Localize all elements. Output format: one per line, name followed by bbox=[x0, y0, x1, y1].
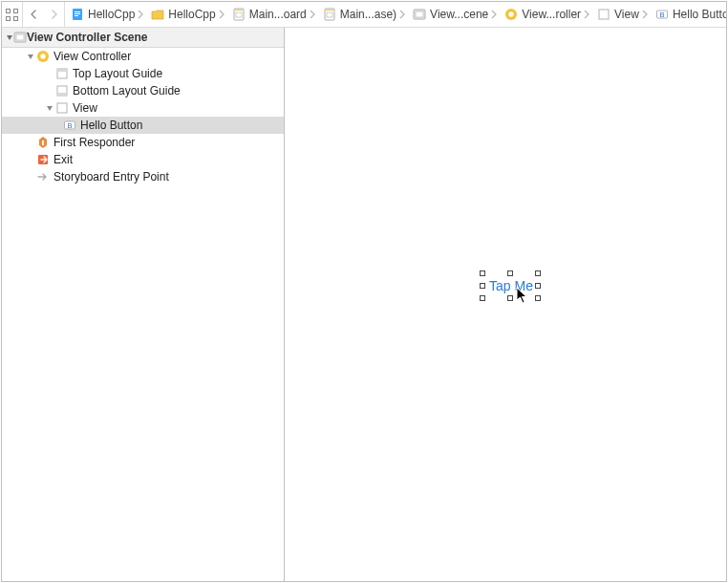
breadcrumb-bar: HelloCpp HelloCpp Main...oard Main...ase… bbox=[2, 2, 726, 28]
chevron-left-icon bbox=[30, 10, 37, 19]
selection-handle[interactable] bbox=[535, 295, 541, 301]
svg-rect-11 bbox=[416, 11, 423, 17]
svg-rect-25 bbox=[57, 103, 67, 113]
grid-icon bbox=[6, 9, 18, 21]
chevron-right-icon bbox=[218, 10, 225, 19]
layout-guide-icon bbox=[55, 67, 69, 80]
svg-rect-22 bbox=[57, 69, 67, 72]
chevron-right-icon bbox=[51, 10, 58, 19]
file-blue-icon bbox=[71, 8, 84, 21]
breadcrumb-project[interactable]: HelloCpp bbox=[68, 8, 148, 21]
svg-rect-2 bbox=[75, 13, 80, 14]
chevron-right-icon bbox=[583, 10, 590, 19]
outline-hello-button[interactable]: B Hello Button bbox=[2, 117, 284, 134]
selection-handle[interactable] bbox=[480, 295, 485, 301]
breadcrumb-list: HelloCpp HelloCpp Main...oard Main...ase… bbox=[65, 8, 726, 21]
breadcrumb-group[interactable]: HelloCpp bbox=[148, 8, 228, 21]
file-gray-icon bbox=[232, 8, 246, 21]
outline-row-label: View Controller bbox=[54, 50, 131, 63]
breadcrumb-label: HelloCpp bbox=[168, 8, 215, 21]
file-gray-icon bbox=[323, 8, 336, 21]
svg-rect-3 bbox=[75, 15, 78, 16]
svg-rect-1 bbox=[75, 11, 80, 12]
scene-gray-icon bbox=[13, 31, 27, 44]
breadcrumb-label: Main...ase) bbox=[340, 8, 396, 21]
breadcrumb-label: Hello Button bbox=[673, 8, 726, 21]
breadcrumb-storyboard[interactable]: Main...oard bbox=[229, 8, 320, 21]
svg-point-13 bbox=[509, 11, 514, 16]
breadcrumb-view[interactable]: View bbox=[594, 8, 653, 21]
outline-row-label: Storyboard Entry Point bbox=[54, 170, 169, 184]
svg-text:B: B bbox=[659, 11, 664, 19]
chevron-right-icon bbox=[398, 10, 406, 19]
svg-point-20 bbox=[40, 54, 45, 58]
breadcrumb-label: View...roller bbox=[522, 8, 581, 21]
scene-gray-icon bbox=[413, 8, 426, 21]
outline-top-layout-guide[interactable]: Top Layout Guide bbox=[2, 65, 284, 82]
outline-scene-header[interactable]: View Controller Scene bbox=[2, 28, 284, 48]
breadcrumb-storyboard-base[interactable]: Main...ase) bbox=[320, 8, 410, 21]
nav-forward-button[interactable] bbox=[44, 2, 65, 27]
outline-first-responder[interactable]: First Responder bbox=[2, 134, 284, 151]
outline-bottom-layout-guide[interactable]: Bottom Layout Guide bbox=[2, 82, 284, 99]
outline-entry-point[interactable]: Storyboard Entry Point bbox=[2, 168, 284, 185]
selection-handle[interactable] bbox=[507, 270, 513, 276]
view-gray-icon bbox=[597, 8, 610, 21]
layout-guide-icon bbox=[55, 84, 69, 97]
first-responder-icon bbox=[36, 136, 50, 149]
breadcrumb-scene[interactable]: View...cene bbox=[410, 8, 502, 21]
nav-back-button[interactable] bbox=[23, 2, 44, 27]
outline-exit[interactable]: Exit bbox=[2, 151, 284, 168]
outline-row-label: Bottom Layout Guide bbox=[73, 84, 181, 97]
outline-view-controller[interactable]: View Controller bbox=[2, 48, 284, 65]
breadcrumb-button[interactable]: B Hello Button bbox=[653, 8, 726, 21]
selection-handle[interactable] bbox=[507, 295, 513, 301]
svg-rect-24 bbox=[57, 93, 67, 96]
button-blue-icon: B bbox=[655, 8, 669, 21]
svg-rect-18 bbox=[16, 34, 24, 40]
vc-yellow-icon bbox=[504, 8, 518, 21]
disclosure-triangle-icon[interactable] bbox=[27, 53, 34, 60]
canvas-button-label: Tap Me bbox=[489, 278, 533, 293]
svg-rect-5 bbox=[235, 10, 243, 11]
outline-row-label: Exit bbox=[54, 153, 73, 166]
document-outline: View Controller Scene View Controller To… bbox=[2, 28, 285, 581]
exit-icon bbox=[36, 153, 50, 166]
view-gray-icon bbox=[55, 101, 69, 115]
outline-view[interactable]: View bbox=[2, 99, 284, 117]
breadcrumb-label: View...cene bbox=[430, 8, 488, 21]
chevron-right-icon bbox=[137, 10, 144, 19]
svg-rect-14 bbox=[599, 10, 609, 19]
breadcrumb-label: Main...oard bbox=[249, 8, 307, 21]
svg-rect-9 bbox=[327, 12, 332, 17]
breadcrumb-label: View bbox=[614, 8, 639, 21]
svg-rect-8 bbox=[326, 10, 333, 11]
outline-row-label: Top Layout Guide bbox=[73, 67, 162, 80]
outline-row-label: View bbox=[73, 101, 97, 115]
svg-text:B: B bbox=[67, 121, 72, 130]
entry-arrow-icon bbox=[36, 170, 50, 184]
svg-rect-28 bbox=[42, 140, 44, 145]
outline-header-label: View Controller Scene bbox=[27, 31, 148, 44]
selection-handle[interactable] bbox=[480, 270, 485, 276]
svg-rect-6 bbox=[236, 12, 242, 17]
related-items-button[interactable] bbox=[2, 2, 23, 27]
disclosure-triangle-icon[interactable] bbox=[6, 33, 13, 41]
chevron-right-icon bbox=[490, 10, 498, 19]
outline-row-label: First Responder bbox=[54, 136, 135, 149]
selection-handle[interactable] bbox=[480, 283, 485, 289]
button-blue-icon: B bbox=[63, 119, 76, 132]
folder-yellow-icon bbox=[151, 9, 164, 20]
outline-row-label: Hello Button bbox=[80, 119, 142, 132]
disclosure-triangle-icon[interactable] bbox=[46, 104, 54, 112]
interface-builder-canvas[interactable]: Tap Me bbox=[285, 28, 726, 581]
vc-yellow-icon bbox=[36, 50, 50, 63]
breadcrumb-label: HelloCpp bbox=[88, 8, 135, 21]
breadcrumb-view-controller[interactable]: View...roller bbox=[502, 8, 594, 21]
selection-handle[interactable] bbox=[535, 283, 541, 289]
canvas-button-tap-me[interactable]: Tap Me bbox=[483, 276, 539, 295]
chevron-right-icon bbox=[309, 10, 316, 19]
selection-handle[interactable] bbox=[535, 270, 541, 276]
chevron-right-icon bbox=[641, 10, 649, 19]
